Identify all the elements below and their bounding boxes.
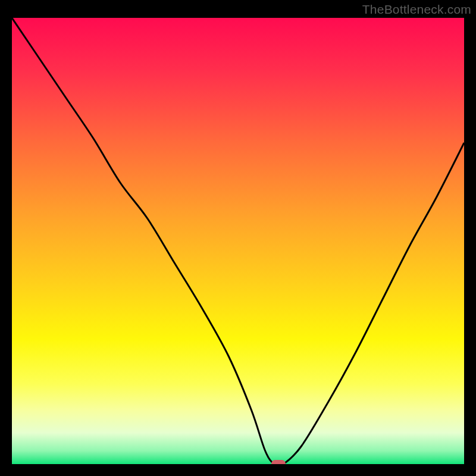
chart-frame: TheBottleneck.com: [0, 0, 476, 476]
plot-area: [12, 18, 464, 464]
gradient-background: [12, 18, 464, 464]
optimal-point-marker: [271, 460, 286, 464]
bottleneck-chart-svg: [12, 18, 464, 464]
watermark-text: TheBottleneck.com: [362, 2, 471, 17]
